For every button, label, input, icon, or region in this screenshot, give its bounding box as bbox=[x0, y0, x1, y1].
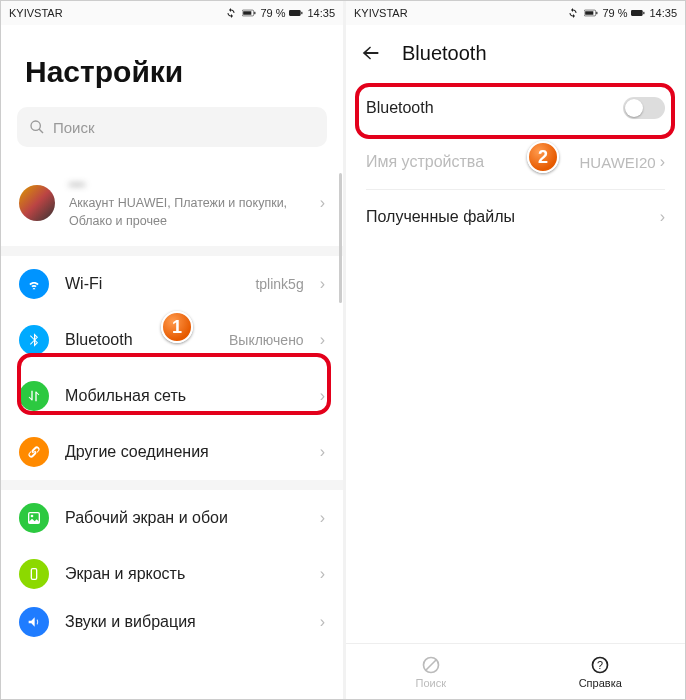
row-bluetooth[interactable]: Bluetooth Выключено › bbox=[1, 312, 343, 368]
time-label: 14:35 bbox=[307, 7, 335, 19]
svg-rect-3 bbox=[289, 10, 301, 16]
row-other[interactable]: Другие соединения › bbox=[1, 424, 343, 480]
row-display[interactable]: Экран и яркость › bbox=[1, 546, 343, 602]
row-label: Звуки и вибрация bbox=[65, 613, 304, 631]
row-label: Мобильная сеть bbox=[65, 387, 304, 405]
bluetooth-toggle-row[interactable]: Bluetooth bbox=[346, 81, 685, 135]
status-right: 79 % 14:35 bbox=[224, 7, 335, 19]
status-bar: KYIVSTAR 79 % 14:35 bbox=[346, 1, 685, 25]
row-label: Wi-Fi bbox=[65, 275, 239, 293]
row-value: HUAWEI20› bbox=[580, 153, 665, 171]
chevron-icon: › bbox=[320, 565, 325, 583]
chevron-icon: › bbox=[320, 509, 325, 527]
svg-rect-12 bbox=[586, 11, 594, 15]
time-label: 14:35 bbox=[649, 7, 677, 19]
row-label: Полученные файлы bbox=[366, 208, 515, 226]
help-icon: ? bbox=[590, 655, 610, 675]
svg-rect-4 bbox=[302, 12, 303, 14]
rotation-icon bbox=[224, 7, 238, 19]
battery-label: 79 % bbox=[602, 7, 627, 19]
battery-icon bbox=[242, 7, 256, 19]
carrier-label: KYIVSTAR bbox=[9, 7, 63, 19]
section-gap bbox=[1, 246, 343, 256]
bluetooth-icon bbox=[19, 325, 49, 355]
bottom-label: Справка bbox=[579, 677, 622, 689]
account-name: — bbox=[69, 175, 306, 193]
row-value: tplink5g bbox=[255, 276, 303, 292]
svg-rect-11 bbox=[597, 12, 598, 14]
phone-left: KYIVSTAR 79 % 14:35 Настройки Поиск — Ак… bbox=[1, 1, 343, 699]
carrier-label: KYIVSTAR bbox=[354, 7, 408, 19]
bottom-help[interactable]: ? Справка bbox=[516, 644, 686, 699]
row-label: Bluetooth bbox=[65, 331, 213, 349]
battery-full-icon bbox=[289, 7, 303, 19]
avatar bbox=[19, 185, 55, 221]
row-sound[interactable]: Звуки и вибрация › bbox=[1, 602, 343, 642]
chevron-icon: › bbox=[660, 208, 665, 226]
bottom-search[interactable]: Поиск bbox=[346, 644, 516, 699]
svg-rect-2 bbox=[244, 11, 252, 15]
phone-right: KYIVSTAR 79 % 14:35 Bluetooth Bluetooth … bbox=[343, 1, 685, 699]
svg-point-8 bbox=[31, 515, 34, 518]
link-icon bbox=[19, 437, 49, 467]
search-input[interactable]: Поиск bbox=[17, 107, 327, 147]
svg-rect-13 bbox=[631, 10, 643, 16]
row-wallpaper[interactable]: Рабочий экран и обои › bbox=[1, 490, 343, 546]
sound-icon bbox=[19, 607, 49, 637]
back-icon[interactable] bbox=[360, 42, 382, 64]
chevron-icon: › bbox=[320, 387, 325, 405]
svg-line-6 bbox=[39, 129, 43, 133]
chevron-icon: › bbox=[320, 613, 325, 631]
svg-line-16 bbox=[426, 660, 436, 670]
bottom-bar: Поиск ? Справка bbox=[346, 643, 685, 699]
account-row[interactable]: — Аккаунт HUAWEI, Платежи и покупки, Обл… bbox=[1, 165, 343, 246]
received-files-row[interactable]: Полученные файлы › bbox=[346, 190, 685, 244]
row-label: Bluetooth bbox=[366, 99, 434, 117]
section-gap bbox=[1, 480, 343, 490]
header-title: Bluetooth bbox=[402, 42, 487, 65]
brightness-icon bbox=[19, 559, 49, 589]
page-title: Настройки bbox=[1, 25, 343, 107]
battery-label: 79 % bbox=[260, 7, 285, 19]
battery-icon bbox=[584, 7, 598, 19]
chevron-icon: › bbox=[320, 275, 325, 293]
rotation-icon bbox=[566, 7, 580, 19]
battery-full-icon bbox=[631, 7, 645, 19]
bottom-label: Поиск bbox=[416, 677, 446, 689]
header-bar: Bluetooth bbox=[346, 25, 685, 81]
mobile-data-icon bbox=[19, 381, 49, 411]
svg-text:?: ? bbox=[597, 659, 603, 671]
svg-rect-1 bbox=[255, 12, 256, 14]
row-label: Имя устройства bbox=[366, 153, 484, 171]
row-label: Другие соединения bbox=[65, 443, 304, 461]
scrollbar[interactable] bbox=[339, 173, 342, 303]
account-sub: Аккаунт HUAWEI, Платежи и покупки, Облак… bbox=[69, 195, 306, 230]
row-mobile[interactable]: Мобильная сеть › bbox=[1, 368, 343, 424]
row-label: Рабочий экран и обои bbox=[65, 509, 304, 527]
device-name-row[interactable]: Имя устройства HUAWEI20› bbox=[346, 135, 685, 189]
chevron-icon: › bbox=[320, 443, 325, 461]
row-wifi[interactable]: Wi-Fi tplink5g › bbox=[1, 256, 343, 312]
chevron-icon: › bbox=[320, 194, 325, 212]
picture-icon bbox=[19, 503, 49, 533]
chevron-icon: › bbox=[320, 331, 325, 349]
row-value: Выключено bbox=[229, 332, 304, 348]
status-bar: KYIVSTAR 79 % 14:35 bbox=[1, 1, 343, 25]
wifi-icon bbox=[19, 269, 49, 299]
search-placeholder: Поиск bbox=[53, 119, 95, 136]
svg-point-5 bbox=[31, 121, 40, 130]
block-icon bbox=[421, 655, 441, 675]
search-icon bbox=[29, 119, 45, 135]
toggle-switch[interactable] bbox=[623, 97, 665, 119]
row-label: Экран и яркость bbox=[65, 565, 304, 583]
svg-rect-9 bbox=[31, 569, 36, 580]
svg-rect-14 bbox=[644, 12, 645, 14]
status-right: 79 % 14:35 bbox=[566, 7, 677, 19]
